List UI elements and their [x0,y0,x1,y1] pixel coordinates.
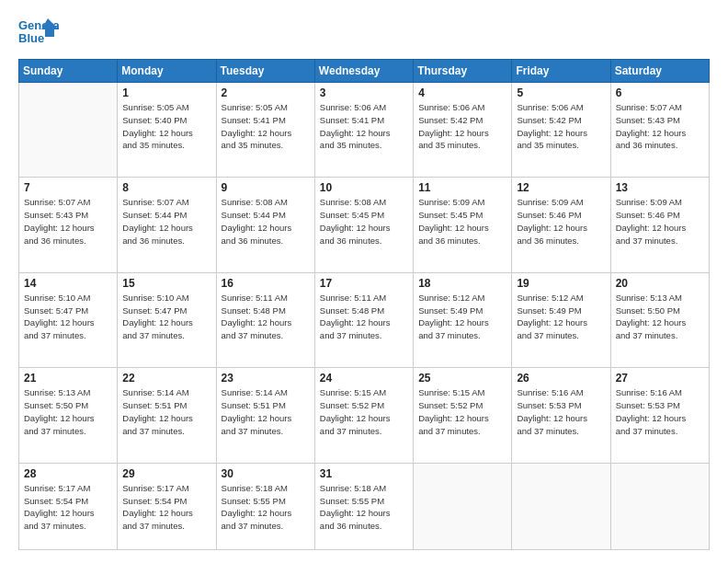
calendar-cell: 5Sunrise: 5:06 AMSunset: 5:42 PMDaylight… [512,83,610,178]
day-number: 11 [418,181,506,194]
weekday-header-thursday: Thursday [414,60,512,83]
day-number: 28 [24,467,112,480]
calendar-cell: 9Sunrise: 5:08 AMSunset: 5:44 PMDaylight… [216,178,314,272]
weekday-header-sunday: Sunday [19,60,118,83]
day-info: Sunrise: 5:06 AMSunset: 5:41 PMDaylight:… [320,101,408,152]
day-info: Sunrise: 5:16 AMSunset: 5:53 PMDaylight:… [616,386,704,437]
day-number: 23 [222,372,310,385]
calendar-cell: 27Sunrise: 5:16 AMSunset: 5:53 PMDayligh… [610,368,709,463]
day-number: 27 [616,372,704,385]
day-info: Sunrise: 5:08 AMSunset: 5:45 PMDaylight:… [320,196,408,247]
day-info: Sunrise: 5:10 AMSunset: 5:47 PMDaylight:… [122,292,210,342]
calendar-week-5: 28Sunrise: 5:17 AMSunset: 5:54 PMDayligh… [19,463,710,549]
calendar-cell: 29Sunrise: 5:17 AMSunset: 5:54 PMDayligh… [118,463,216,549]
day-number: 9 [222,181,310,194]
calendar-cell: 24Sunrise: 5:15 AMSunset: 5:52 PMDayligh… [314,368,413,463]
calendar-table: SundayMondayTuesdayWednesdayThursdayFrid… [18,59,710,550]
header: GeneralBlue [18,17,710,50]
day-info: Sunrise: 5:11 AMSunset: 5:48 PMDaylight:… [222,292,310,342]
calendar-cell: 13Sunrise: 5:09 AMSunset: 5:46 PMDayligh… [610,178,709,272]
calendar-week-1: 1Sunrise: 5:05 AMSunset: 5:40 PMDaylight… [19,83,710,178]
day-number: 22 [122,372,210,385]
calendar-cell: 8Sunrise: 5:07 AMSunset: 5:44 PMDaylight… [118,178,216,272]
day-number: 18 [418,277,506,290]
day-info: Sunrise: 5:06 AMSunset: 5:42 PMDaylight:… [418,101,506,152]
calendar-cell: 11Sunrise: 5:09 AMSunset: 5:45 PMDayligh… [414,178,512,272]
day-info: Sunrise: 5:08 AMSunset: 5:44 PMDaylight:… [222,196,310,247]
day-info: Sunrise: 5:07 AMSunset: 5:43 PMDaylight:… [24,196,112,247]
day-info: Sunrise: 5:13 AMSunset: 5:50 PMDaylight:… [616,292,704,342]
day-info: Sunrise: 5:17 AMSunset: 5:54 PMDaylight:… [122,482,210,533]
day-info: Sunrise: 5:06 AMSunset: 5:42 PMDaylight:… [517,101,605,152]
day-number: 15 [122,277,210,290]
day-info: Sunrise: 5:14 AMSunset: 5:51 PMDaylight:… [122,386,210,437]
calendar-cell [19,83,118,178]
day-info: Sunrise: 5:15 AMSunset: 5:52 PMDaylight:… [418,386,506,437]
day-number: 16 [222,277,310,290]
calendar-cell: 15Sunrise: 5:10 AMSunset: 5:47 PMDayligh… [118,272,216,367]
day-number: 1 [122,86,210,99]
day-number: 8 [122,181,210,194]
calendar-cell: 21Sunrise: 5:13 AMSunset: 5:50 PMDayligh… [19,368,118,463]
day-number: 17 [320,277,408,290]
day-number: 14 [24,277,112,290]
page: GeneralBlue SundayMondayTuesdayWednesday… [0,0,728,563]
calendar-week-2: 7Sunrise: 5:07 AMSunset: 5:43 PMDaylight… [19,178,710,272]
day-info: Sunrise: 5:10 AMSunset: 5:47 PMDaylight:… [24,292,112,342]
day-info: Sunrise: 5:17 AMSunset: 5:54 PMDaylight:… [24,482,112,533]
calendar-cell: 14Sunrise: 5:10 AMSunset: 5:47 PMDayligh… [19,272,118,367]
calendar-cell: 2Sunrise: 5:05 AMSunset: 5:41 PMDaylight… [216,83,314,178]
day-number: 12 [517,181,605,194]
calendar-week-4: 21Sunrise: 5:13 AMSunset: 5:50 PMDayligh… [19,368,710,463]
calendar-cell: 17Sunrise: 5:11 AMSunset: 5:48 PMDayligh… [314,272,413,367]
calendar-cell [610,463,709,549]
day-number: 5 [517,86,605,99]
calendar-cell: 12Sunrise: 5:09 AMSunset: 5:46 PMDayligh… [512,178,610,272]
day-number: 4 [418,86,506,99]
day-number: 24 [320,372,408,385]
day-number: 2 [222,86,310,99]
calendar-cell: 10Sunrise: 5:08 AMSunset: 5:45 PMDayligh… [314,178,413,272]
day-number: 29 [122,467,210,480]
weekday-header-friday: Friday [512,60,610,83]
calendar-cell: 25Sunrise: 5:15 AMSunset: 5:52 PMDayligh… [414,368,512,463]
day-info: Sunrise: 5:07 AMSunset: 5:43 PMDaylight:… [616,101,704,152]
day-number: 10 [320,181,408,194]
logo: GeneralBlue [18,17,59,50]
day-info: Sunrise: 5:09 AMSunset: 5:46 PMDaylight:… [616,196,704,247]
day-info: Sunrise: 5:16 AMSunset: 5:53 PMDaylight:… [517,386,605,437]
calendar-week-3: 14Sunrise: 5:10 AMSunset: 5:47 PMDayligh… [19,272,710,367]
day-info: Sunrise: 5:09 AMSunset: 5:46 PMDaylight:… [517,196,605,247]
day-number: 21 [24,372,112,385]
calendar-cell: 6Sunrise: 5:07 AMSunset: 5:43 PMDaylight… [610,83,709,178]
day-info: Sunrise: 5:05 AMSunset: 5:40 PMDaylight:… [122,101,210,152]
calendar-cell: 3Sunrise: 5:06 AMSunset: 5:41 PMDaylight… [314,83,413,178]
day-info: Sunrise: 5:15 AMSunset: 5:52 PMDaylight:… [320,386,408,437]
calendar-cell: 23Sunrise: 5:14 AMSunset: 5:51 PMDayligh… [216,368,314,463]
day-number: 19 [517,277,605,290]
calendar-cell: 22Sunrise: 5:14 AMSunset: 5:51 PMDayligh… [118,368,216,463]
day-number: 3 [320,86,408,99]
calendar-cell: 26Sunrise: 5:16 AMSunset: 5:53 PMDayligh… [512,368,610,463]
calendar-cell: 19Sunrise: 5:12 AMSunset: 5:49 PMDayligh… [512,272,610,367]
day-info: Sunrise: 5:14 AMSunset: 5:51 PMDaylight:… [222,386,310,437]
day-number: 26 [517,372,605,385]
calendar-cell: 31Sunrise: 5:18 AMSunset: 5:55 PMDayligh… [314,463,413,549]
calendar-cell [512,463,610,549]
weekday-header-tuesday: Tuesday [216,60,314,83]
calendar-cell: 16Sunrise: 5:11 AMSunset: 5:48 PMDayligh… [216,272,314,367]
day-info: Sunrise: 5:07 AMSunset: 5:44 PMDaylight:… [122,196,210,247]
weekday-header-wednesday: Wednesday [314,60,413,83]
day-number: 20 [616,277,704,290]
svg-text:Blue: Blue [18,31,44,45]
day-info: Sunrise: 5:13 AMSunset: 5:50 PMDaylight:… [24,386,112,437]
calendar-cell: 1Sunrise: 5:05 AMSunset: 5:40 PMDaylight… [118,83,216,178]
day-info: Sunrise: 5:18 AMSunset: 5:55 PMDaylight:… [320,482,408,533]
calendar-cell: 28Sunrise: 5:17 AMSunset: 5:54 PMDayligh… [19,463,118,549]
calendar-cell: 7Sunrise: 5:07 AMSunset: 5:43 PMDaylight… [19,178,118,272]
day-number: 31 [320,467,408,480]
day-info: Sunrise: 5:11 AMSunset: 5:48 PMDaylight:… [320,292,408,342]
weekday-header-monday: Monday [118,60,216,83]
day-number: 7 [24,181,112,194]
weekday-header-row: SundayMondayTuesdayWednesdayThursdayFrid… [19,60,710,83]
